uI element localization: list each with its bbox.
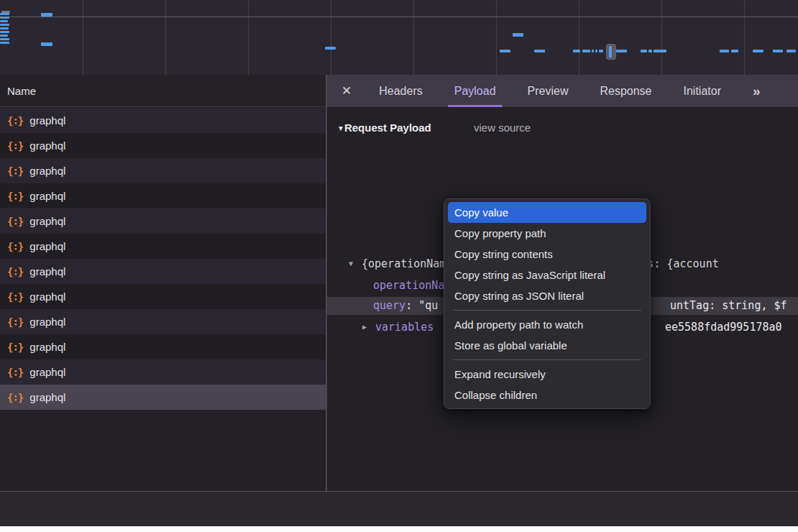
- request-timing-bar: [41, 13, 52, 17]
- request-row[interactable]: {∶}graphql: [0, 259, 326, 284]
- menu-item-copy-string-contents[interactable]: Copy string contents: [444, 244, 650, 265]
- request-row[interactable]: {∶}graphql: [0, 108, 326, 133]
- json-braces-icon: {∶}: [7, 115, 23, 127]
- tab-list: HeadersPayloadPreviewResponseInitiator: [379, 75, 721, 107]
- request-timing-bar: [599, 50, 603, 52]
- overview-gridline: [331, 0, 331, 75]
- menu-item-copy-property-path[interactable]: Copy property path: [444, 223, 650, 244]
- request-timing-bar: [0, 27, 9, 29]
- request-timing-bar: [513, 33, 523, 37]
- request-timing-bar: [500, 50, 510, 52]
- request-row[interactable]: {∶}graphql: [0, 385, 326, 410]
- variables-value-fragment: ee5588fdad995178a0: [665, 318, 782, 336]
- menu-item-expand-recursively[interactable]: Expand recursively: [444, 364, 650, 385]
- request-timing-bar: [0, 24, 9, 26]
- overview-gridline: [248, 0, 249, 75]
- request-row[interactable]: {∶}graphql: [0, 309, 326, 334]
- request-timing-bar: [0, 38, 9, 40]
- json-braces-icon: {∶}: [7, 316, 23, 328]
- request-row[interactable]: {∶}graphql: [0, 234, 326, 259]
- request-row[interactable]: {∶}graphql: [0, 183, 326, 208]
- menu-item-copy-string-as-javascript-literal[interactable]: Copy string as JavaScript literal: [444, 265, 650, 285]
- request-timing-bar: [0, 31, 9, 33]
- request-list: {∶}graphql{∶}graphql{∶}graphql{∶}graphql…: [0, 108, 326, 410]
- name-column-header[interactable]: Name: [0, 75, 326, 107]
- request-timing-bar: [534, 50, 545, 52]
- request-name-label: graphql: [29, 316, 65, 328]
- request-timing-bar: [595, 50, 597, 52]
- status-bar: [0, 492, 798, 526]
- request-timing-bar: [0, 17, 9, 19]
- tab-initiator[interactable]: Initiator: [684, 75, 721, 107]
- property-key: variables: [375, 318, 434, 336]
- expander-down-icon[interactable]: ▼: [349, 255, 353, 272]
- json-braces-icon: {∶}: [7, 291, 23, 303]
- network-overview-waterfall[interactable]: [0, 0, 798, 75]
- expander-right-icon[interactable]: ▶: [362, 318, 367, 336]
- request-name-label: graphql: [29, 215, 65, 227]
- overview-gridline: [496, 0, 497, 75]
- request-timing-bar: [325, 47, 336, 50]
- request-row[interactable]: {∶}graphql: [0, 133, 326, 158]
- json-braces-icon: {∶}: [7, 341, 23, 353]
- menu-item-store-as-global-variable[interactable]: Store as global variable: [444, 335, 650, 356]
- request-name-label: graphql: [29, 139, 65, 152]
- request-timing-bar: [648, 50, 652, 52]
- request-name-label: graphql: [29, 240, 65, 252]
- json-braces-icon: {∶}: [7, 367, 23, 378]
- request-timing-bar: [753, 50, 763, 52]
- request-timing-bar: [41, 42, 52, 46]
- json-braces-icon: {∶}: [7, 266, 23, 278]
- property-value-start: "qu: [418, 299, 438, 312]
- request-row[interactable]: {∶}graphql: [0, 158, 326, 183]
- overview-gridline: [744, 0, 745, 75]
- overview-gridline: [661, 0, 662, 75]
- close-icon[interactable]: ✕: [341, 83, 352, 98]
- property-key: query: [373, 299, 405, 312]
- detail-tab-bar: ✕ HeadersPayloadPreviewResponseInitiator…: [327, 75, 798, 108]
- menu-item-add-property-path-to-watch[interactable]: Add property path to watch: [444, 314, 650, 335]
- request-row[interactable]: {∶}graphql: [0, 208, 326, 234]
- json-braces-icon: {∶}: [7, 165, 23, 177]
- request-timing-bar: [786, 50, 796, 52]
- menu-item-copy-string-as-json-literal[interactable]: Copy string as JSON literal: [444, 285, 650, 306]
- request-row[interactable]: {∶}graphql: [0, 334, 326, 359]
- request-row[interactable]: {∶}graphql: [0, 359, 326, 385]
- tab-headers[interactable]: Headers: [379, 75, 422, 107]
- json-braces-icon: {∶}: [7, 140, 23, 152]
- overview-gridline: [83, 0, 83, 75]
- section-expander-icon[interactable]: ▼: [337, 124, 344, 132]
- selected-request-marker-bar: [609, 46, 612, 58]
- context-menu: Copy valueCopy property pathCopy string …: [444, 198, 651, 409]
- request-timing-bar: [573, 50, 580, 52]
- request-timing-bar: [641, 50, 647, 52]
- request-timing-bar: [592, 50, 594, 52]
- name-column-label: Name: [7, 85, 36, 97]
- request-timing-bar: [616, 50, 627, 52]
- json-braces-icon: {∶}: [7, 392, 23, 403]
- request-name-label: graphql: [29, 391, 65, 403]
- request-name-label: graphql: [29, 341, 65, 353]
- overview-rule-line: [0, 17, 798, 17]
- devtools-network-panel: Name {∶}graphql{∶}graphql{∶}graphql{∶}gr…: [0, 0, 798, 532]
- view-source-link[interactable]: view source: [474, 119, 531, 137]
- menu-item-copy-value[interactable]: Copy value: [448, 202, 646, 223]
- tab-payload[interactable]: Payload: [454, 75, 496, 107]
- tab-response[interactable]: Response: [600, 75, 651, 107]
- request-timing-bar: [653, 50, 666, 52]
- menu-item-collapse-children[interactable]: Collapse children: [444, 385, 650, 405]
- request-name-label: graphql: [29, 114, 65, 127]
- json-braces-icon: {∶}: [7, 241, 23, 252]
- request-timing-bar: [0, 42, 9, 44]
- json-braces-icon: {∶}: [7, 191, 23, 202]
- json-braces-icon: {∶}: [7, 216, 23, 227]
- request-timing-bar: [0, 13, 9, 15]
- overview-gridline: [165, 0, 166, 75]
- request-payload-heading[interactable]: ▼Request Payload: [337, 119, 431, 137]
- overflow-chevrons-icon[interactable]: »: [753, 83, 760, 99]
- screenshot-bottom-edge: [0, 526, 798, 532]
- request-timing-bar: [0, 35, 8, 37]
- tab-preview[interactable]: Preview: [528, 75, 569, 107]
- menu-divider: [453, 359, 641, 360]
- request-row[interactable]: {∶}graphql: [0, 284, 326, 309]
